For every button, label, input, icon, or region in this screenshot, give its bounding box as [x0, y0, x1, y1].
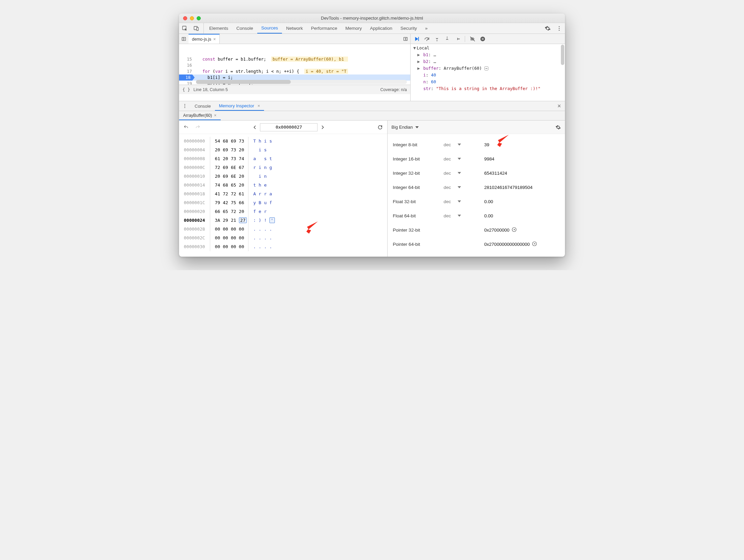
- hex-ascii[interactable]: a: [268, 190, 276, 198]
- hex-byte[interactable]: 69: [221, 172, 229, 181]
- code-editor[interactable]: 15 const buffer = b1.buffer; buffer = Ar…: [179, 44, 410, 85]
- hex-ascii[interactable]: f: [268, 198, 276, 207]
- hex-ascii[interactable]: [257, 154, 263, 163]
- device-toolbar-icon[interactable]: [191, 23, 202, 34]
- close-buffer-tab-icon[interactable]: ×: [214, 113, 216, 118]
- hex-byte[interactable]: 6E: [229, 172, 238, 181]
- horizontal-scrollbar[interactable]: [196, 80, 407, 84]
- hex-ascii[interactable]: t: [248, 181, 257, 190]
- scope-row[interactable]: ▶ b2: …: [417, 58, 562, 65]
- redo-icon[interactable]: [193, 123, 202, 132]
- hex-byte[interactable]: 27: [238, 216, 248, 225]
- hex-byte[interactable]: 00: [210, 225, 221, 234]
- step-icon[interactable]: [453, 36, 462, 42]
- hex-ascii[interactable]: r: [257, 190, 263, 198]
- hex-ascii[interactable]: u: [263, 198, 268, 207]
- hex-byte[interactable]: 00: [238, 234, 248, 242]
- drawer-close-icon[interactable]: ×: [553, 101, 565, 111]
- value-settings-gear-icon[interactable]: [555, 125, 561, 130]
- address-input[interactable]: [260, 123, 318, 131]
- hex-byte[interactable]: 20: [238, 146, 248, 154]
- hex-ascii[interactable]: s: [263, 146, 268, 154]
- hex-byte[interactable]: 65: [221, 207, 229, 216]
- hex-byte[interactable]: 66: [238, 198, 248, 207]
- hex-byte[interactable]: 69: [229, 137, 238, 146]
- hex-byte[interactable]: 74: [238, 154, 248, 163]
- line-number[interactable]: 17: [179, 68, 195, 74]
- hex-ascii[interactable]: .: [268, 234, 276, 242]
- hex-byte[interactable]: 00: [221, 234, 229, 242]
- hex-ascii[interactable]: ): [257, 216, 263, 225]
- hex-ascii[interactable]: n: [263, 172, 268, 181]
- hex-row[interactable]: 000000243A292127:)!': [182, 216, 276, 225]
- hex-ascii[interactable]: n: [263, 163, 268, 172]
- hex-ascii[interactable]: r: [263, 190, 268, 198]
- hex-ascii[interactable]: h: [257, 181, 263, 190]
- hex-ascii[interactable]: i: [257, 163, 263, 172]
- value-format-select[interactable]: dec: [444, 185, 484, 190]
- hex-ascii[interactable]: [268, 146, 276, 154]
- hex-byte[interactable]: 74: [210, 181, 221, 190]
- hex-byte[interactable]: 72: [221, 190, 229, 198]
- tab-sources[interactable]: Sources: [257, 23, 282, 34]
- jump-to-address-icon[interactable]: [532, 241, 537, 247]
- hex-byte[interactable]: 00: [238, 242, 248, 251]
- pretty-print-icon[interactable]: { }: [182, 87, 190, 92]
- line-number[interactable]: 15: [179, 56, 195, 62]
- hex-ascii[interactable]: a: [248, 154, 257, 163]
- hex-row[interactable]: 0000002C00000000....: [182, 234, 276, 242]
- hex-ascii[interactable]: B: [257, 198, 263, 207]
- hex-byte[interactable]: 54: [210, 137, 221, 146]
- hex-ascii[interactable]: ': [268, 216, 276, 225]
- hex-byte[interactable]: 41: [210, 190, 221, 198]
- hex-byte[interactable]: 00: [229, 234, 238, 242]
- hex-byte[interactable]: 21: [229, 216, 238, 225]
- hex-ascii[interactable]: :: [248, 216, 257, 225]
- hex-ascii[interactable]: e: [257, 207, 263, 216]
- hex-row[interactable]: 0000000054686973This: [182, 137, 276, 146]
- hex-ascii[interactable]: r: [248, 163, 257, 172]
- hex-row[interactable]: 0000002066657220fer: [182, 207, 276, 216]
- hex-byte[interactable]: 73: [229, 146, 238, 154]
- file-tab[interactable]: demo-js.js ×: [189, 34, 220, 44]
- hex-row[interactable]: 0000000420697320 is: [182, 146, 276, 154]
- tab-overflow[interactable]: »: [421, 23, 432, 34]
- scope-row[interactable]: n: 60: [417, 79, 562, 85]
- hex-byte[interactable]: 00: [229, 242, 238, 251]
- hex-byte[interactable]: 72: [229, 207, 238, 216]
- hex-byte[interactable]: 61: [210, 154, 221, 163]
- hex-ascii[interactable]: !: [263, 216, 268, 225]
- hex-ascii[interactable]: g: [268, 163, 276, 172]
- hex-byte[interactable]: 69: [221, 146, 229, 154]
- step-into-icon[interactable]: [432, 36, 442, 42]
- hex-ascii[interactable]: [268, 172, 276, 181]
- scope-row[interactable]: str: "This is a string in the ArrayBuffe…: [417, 85, 562, 92]
- line-number[interactable]: 16: [179, 62, 195, 68]
- hex-ascii[interactable]: i: [257, 172, 263, 181]
- close-file-icon[interactable]: ×: [213, 37, 216, 42]
- hex-ascii[interactable]: .: [248, 234, 257, 242]
- hex-byte[interactable]: 72: [210, 163, 221, 172]
- prev-address-icon[interactable]: [251, 123, 259, 131]
- hex-byte[interactable]: 00: [221, 225, 229, 234]
- hex-ascii[interactable]: t: [268, 154, 276, 163]
- hex-row[interactable]: 0000001841727261Arra: [182, 190, 276, 198]
- hex-grid[interactable]: 0000000054686973This0000000420697320 is …: [179, 134, 387, 256]
- step-out-icon[interactable]: [442, 36, 452, 42]
- hex-ascii[interactable]: h: [257, 137, 263, 146]
- endianness-select[interactable]: Big Endian: [392, 125, 419, 130]
- hex-byte[interactable]: 65: [229, 181, 238, 190]
- scope-row[interactable]: i: 40: [417, 72, 562, 79]
- hex-row[interactable]: 0000000C72696E67ring: [182, 163, 276, 172]
- hex-ascii[interactable]: [248, 146, 257, 154]
- hex-byte[interactable]: 20: [210, 146, 221, 154]
- hex-row[interactable]: 0000003000000000....: [182, 242, 276, 251]
- hex-ascii[interactable]: [268, 207, 276, 216]
- drawer-kebab-icon[interactable]: [179, 101, 191, 111]
- hex-byte[interactable]: 00: [238, 225, 248, 234]
- hex-ascii[interactable]: .: [268, 225, 276, 234]
- hex-byte[interactable]: 20: [238, 181, 248, 190]
- hex-ascii[interactable]: .: [257, 234, 263, 242]
- hex-row[interactable]: 0000001020696E20 in: [182, 172, 276, 181]
- value-format-select[interactable]: dec: [444, 213, 484, 218]
